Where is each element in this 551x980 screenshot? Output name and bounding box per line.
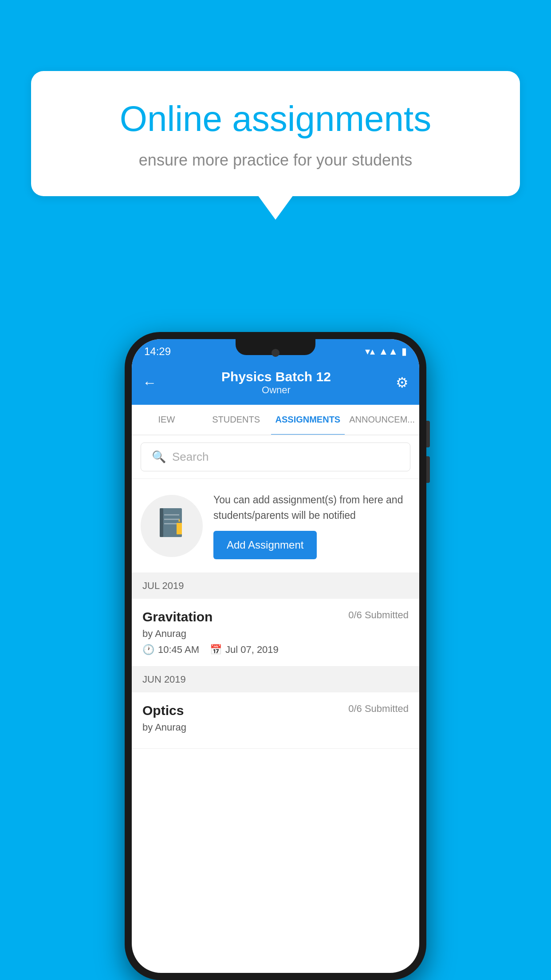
calendar-icon: 📅	[210, 644, 222, 656]
assignment-row1-optics: Optics 0/6 Submitted	[142, 703, 409, 718]
header-center: Physics Batch 12 Owner	[221, 369, 331, 396]
wifi-icon: ▾▴	[365, 346, 375, 357]
prompt-container: You can add assignment(s) from here and …	[132, 479, 419, 573]
speech-bubble-title: Online assignments	[62, 98, 489, 140]
section-header-jun: JUN 2019	[132, 667, 419, 692]
assignment-item-gravitation[interactable]: Gravitation 0/6 Submitted by Anurag 🕐 10…	[132, 599, 419, 667]
svg-rect-2	[160, 508, 163, 537]
prompt-icon-circle	[141, 495, 203, 557]
prompt-content: You can add assignment(s) from here and …	[213, 492, 410, 559]
speech-bubble-container: Online assignments ensure more practice …	[31, 71, 520, 220]
status-time: 14:29	[144, 345, 171, 358]
assignment-item-optics[interactable]: Optics 0/6 Submitted by Anurag	[132, 692, 419, 749]
battery-icon: ▮	[401, 346, 407, 357]
assignment-row1: Gravitation 0/6 Submitted	[142, 609, 409, 624]
back-button[interactable]: ←	[142, 375, 157, 391]
tabs-container: IEW STUDENTS ASSIGNMENTS ANNOUNCEM...	[132, 405, 419, 435]
assignment-by-optics: by Anurag	[142, 722, 409, 733]
assignment-name-optics: Optics	[142, 703, 184, 718]
assignment-submitted-optics: 0/6 Submitted	[348, 703, 409, 715]
phone-notch	[236, 339, 315, 355]
phone-camera	[272, 349, 279, 357]
status-icons: ▾▴ ▲▲ ▮	[365, 346, 407, 357]
tab-announcements[interactable]: ANNOUNCEM...	[345, 405, 419, 435]
notebook-icon	[156, 506, 187, 545]
prompt-text: You can add assignment(s) from here and …	[213, 492, 410, 523]
search-bar[interactable]: 🔍 Search	[141, 443, 410, 471]
speech-bubble: Online assignments ensure more practice …	[31, 71, 520, 196]
volume-down-button[interactable]	[426, 456, 430, 483]
section-header-jul: JUL 2019	[132, 573, 419, 599]
settings-icon[interactable]: ⚙	[396, 374, 409, 391]
search-container: 🔍 Search	[132, 435, 419, 479]
assignment-name-gravitation: Gravitation	[142, 609, 213, 624]
app-header: ← Physics Batch 12 Owner ⚙	[132, 362, 419, 405]
svg-rect-6	[177, 523, 182, 534]
speech-bubble-subtitle: ensure more practice for your students	[62, 151, 489, 170]
clock-icon: 🕐	[142, 644, 154, 656]
assignment-meta-gravitation: 🕐 10:45 AM 📅 Jul 07, 2019	[142, 644, 409, 656]
assignment-by-gravitation: by Anurag	[142, 628, 409, 640]
phone-screen: 14:29 ▾▴ ▲▲ ▮ ← Physics Batch 12 Owner ⚙…	[132, 339, 419, 973]
assignment-time: 10:45 AM	[158, 644, 199, 656]
search-placeholder: Search	[172, 450, 209, 464]
assignment-submitted-gravitation: 0/6 Submitted	[348, 609, 409, 621]
header-subtitle: Owner	[221, 384, 331, 396]
speech-bubble-arrow	[258, 195, 293, 220]
signal-icon: ▲▲	[378, 346, 398, 357]
assignment-date: Jul 07, 2019	[225, 644, 279, 656]
header-title: Physics Batch 12	[221, 369, 331, 384]
volume-up-button[interactable]	[426, 421, 430, 447]
tab-assignments[interactable]: ASSIGNMENTS	[271, 405, 345, 435]
tab-students[interactable]: STUDENTS	[201, 405, 271, 435]
search-icon: 🔍	[152, 450, 166, 464]
phone-frame: 14:29 ▾▴ ▲▲ ▮ ← Physics Batch 12 Owner ⚙…	[125, 332, 426, 980]
meta-time: 🕐 10:45 AM	[142, 644, 199, 656]
add-assignment-button[interactable]: Add Assignment	[213, 531, 317, 559]
meta-date: 📅 Jul 07, 2019	[210, 644, 279, 656]
tab-iew[interactable]: IEW	[132, 405, 201, 435]
